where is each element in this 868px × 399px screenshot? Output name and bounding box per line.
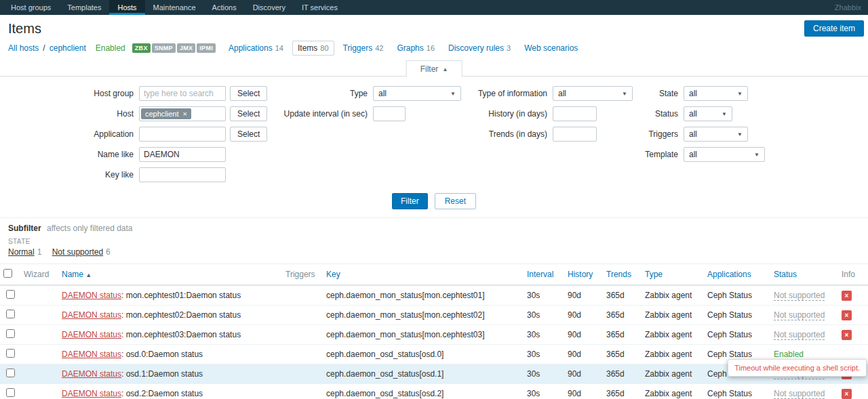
name-like-input[interactable] [139, 147, 226, 162]
nav-templates[interactable]: Templates [59, 0, 109, 15]
triggers-select[interactable]: all ▼ [684, 127, 748, 142]
row-checkbox[interactable] [6, 388, 15, 397]
item-trends: 365d [603, 325, 642, 345]
subfilter-not-supported[interactable]: Not supported [52, 247, 103, 257]
item-trends: 365d [603, 364, 642, 384]
column-status[interactable]: Status [770, 264, 838, 286]
discovery-rule-link[interactable]: DAEMON status [62, 389, 121, 398]
column-trends[interactable]: Trends [603, 264, 642, 286]
create-item-button[interactable]: Create item [804, 20, 864, 37]
discovery-rule-link[interactable]: DAEMON status [62, 291, 121, 300]
row-checkbox[interactable] [6, 349, 15, 358]
row-checkbox[interactable] [6, 290, 15, 299]
item-status-link[interactable]: Not supported [774, 291, 825, 301]
application-input[interactable] [139, 127, 226, 142]
tab-discovery-rules[interactable]: Discovery rules3 [443, 41, 515, 55]
column-key[interactable]: Key [323, 264, 524, 286]
top-navigation: Host groups Templates Hosts Maintenance … [0, 0, 868, 15]
item-applications: Ceph Status [704, 325, 770, 345]
item-history: 90d [564, 364, 603, 384]
nav-host-groups[interactable]: Host groups [3, 0, 59, 15]
discovery-rule-link[interactable]: DAEMON status [62, 369, 121, 379]
items-count: 80 [320, 44, 328, 52]
row-checkbox[interactable] [6, 369, 15, 377]
chevron-down-icon: ▼ [450, 91, 456, 97]
status-select[interactable]: all ▼ [684, 106, 732, 121]
item-history: 90d [564, 384, 603, 399]
column-triggers[interactable]: Triggers [282, 264, 323, 286]
item-interval: 30s [524, 384, 564, 399]
error-icon[interactable]: × [842, 389, 852, 399]
item-applications: Ceph Status [704, 285, 770, 306]
chevron-down-icon: ▼ [737, 91, 743, 97]
filter-form: Host group Select Host cephclient × Sele… [0, 77, 868, 186]
host-status-text: Enabled [96, 43, 125, 53]
host-select-button[interactable]: Select [230, 106, 267, 121]
applications-count: 14 [275, 44, 283, 52]
triggers-cell [282, 285, 323, 306]
chevron-down-icon: ▼ [754, 152, 760, 158]
update-interval-label: Update interval (in sec) [271, 109, 373, 119]
row-checkbox[interactable] [6, 329, 15, 338]
update-interval-input[interactable] [373, 106, 406, 121]
trends-input[interactable] [553, 127, 597, 142]
column-type[interactable]: Type [642, 264, 704, 286]
discovery-rule-link[interactable]: DAEMON status [62, 350, 121, 359]
host-label: Host [0, 109, 139, 119]
error-icon[interactable]: × [842, 291, 852, 301]
subfilter-not-supported-count: 6 [106, 247, 111, 257]
state-select[interactable]: all ▼ [684, 86, 748, 101]
filter-button[interactable]: Filter [392, 193, 428, 209]
type-select[interactable]: all ▼ [373, 86, 461, 101]
page-title: Items [8, 21, 41, 37]
item-history: 90d [564, 285, 603, 306]
breadcrumb-separator: / [43, 43, 45, 53]
nav-it-services[interactable]: IT services [294, 0, 346, 15]
all-hosts-link[interactable]: All hosts [8, 43, 39, 53]
chip-remove-icon[interactable]: × [183, 110, 187, 118]
application-select-button[interactable]: Select [230, 127, 267, 142]
wizard-cell [20, 384, 58, 399]
tab-applications[interactable]: Applications14 [224, 41, 288, 55]
host-link[interactable]: cephclient [50, 43, 86, 53]
reset-button[interactable]: Reset [435, 193, 476, 209]
select-all-checkbox[interactable] [3, 269, 12, 278]
table-row: DAEMON status: mon.cephtest01:Daemon sta… [0, 285, 868, 306]
discovery-rules-count: 3 [507, 44, 511, 52]
item-key: ceph.daemon_mon_status[mon.cephtest02] [323, 306, 524, 325]
nav-discovery[interactable]: Discovery [245, 0, 294, 15]
item-type: Zabbix agent [642, 306, 704, 325]
tab-items[interactable]: Items80 [292, 41, 334, 56]
host-multiselect[interactable]: cephclient × [139, 106, 226, 121]
row-checkbox[interactable] [6, 310, 15, 318]
filter-toggle-tab[interactable]: Filter ▲ [406, 60, 462, 77]
tab-web-scenarios[interactable]: Web scenarios [519, 41, 585, 55]
nav-maintenance[interactable]: Maintenance [145, 0, 204, 15]
item-key: ceph.daemon_osd_status[osd.1] [323, 364, 524, 384]
column-name[interactable]: Name ▲ [58, 264, 282, 286]
tab-graphs[interactable]: Graphs16 [392, 41, 439, 55]
host-group-input[interactable] [139, 86, 226, 101]
nav-actions[interactable]: Actions [204, 0, 245, 15]
discovery-rule-link[interactable]: DAEMON status [62, 310, 121, 320]
item-status-link[interactable]: Not supported [774, 310, 825, 320]
nav-hosts[interactable]: Hosts [109, 0, 144, 15]
item-status-link[interactable]: Enabled [774, 350, 804, 360]
tab-triggers[interactable]: Triggers42 [338, 41, 389, 55]
history-input[interactable] [553, 106, 597, 121]
type-of-information-select[interactable]: all ▼ [553, 86, 633, 101]
discovery-rule-link[interactable]: DAEMON status [62, 330, 121, 339]
template-select[interactable]: all ▼ [684, 147, 765, 162]
host-group-label: Host group [0, 89, 139, 98]
item-applications: Ceph Status [704, 306, 770, 325]
item-status-link[interactable]: Not supported [774, 330, 825, 340]
key-like-input[interactable] [139, 167, 226, 182]
type-of-information-label: Type of information [475, 89, 553, 98]
item-status-link[interactable]: Not supported [774, 389, 825, 399]
error-icon[interactable]: × [842, 310, 852, 320]
error-icon[interactable]: × [842, 330, 852, 340]
host-group-select-button[interactable]: Select [230, 86, 267, 101]
column-history[interactable]: History [564, 264, 603, 286]
column-interval[interactable]: Interval [524, 264, 564, 286]
subfilter-normal[interactable]: Normal [8, 247, 35, 257]
